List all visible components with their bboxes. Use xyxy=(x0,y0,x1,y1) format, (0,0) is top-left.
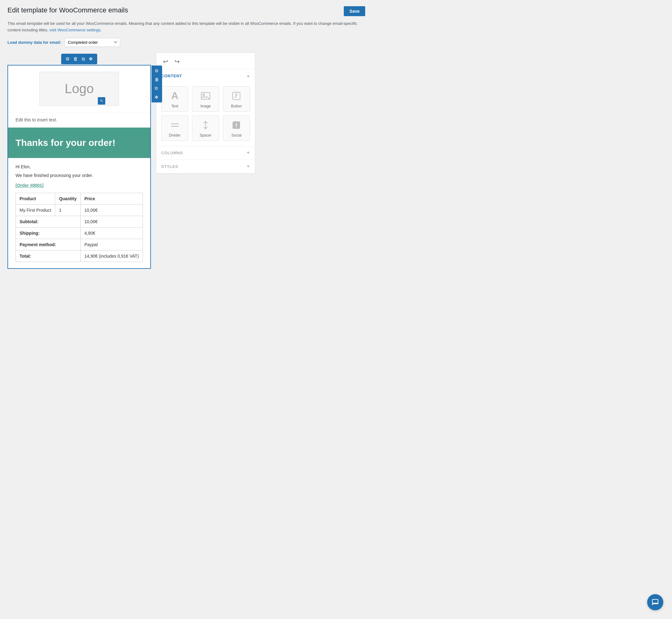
side-move-button[interactable]: ✥ xyxy=(153,93,161,101)
content-item-image[interactable]: Image xyxy=(192,86,219,112)
columns-chevron-icon: ▼ xyxy=(246,150,250,155)
content-item-spacer[interactable]: Spacer xyxy=(192,116,219,141)
subtotal-value: 10,00€ xyxy=(80,216,142,227)
side-settings-button[interactable]: ⚙ xyxy=(153,67,161,75)
svg-text:f: f xyxy=(236,123,238,128)
email-message: We have finished processing your order. xyxy=(15,173,143,178)
product-qty: 1 xyxy=(55,204,80,216)
content-section: CONTENT ▲ A Text xyxy=(156,69,255,146)
side-duplicate-button[interactable]: ⧉ xyxy=(153,84,161,92)
content-item-button[interactable]: Button xyxy=(223,86,250,112)
social-icon: f xyxy=(231,119,241,131)
shipping-label: Shipping: xyxy=(16,227,81,239)
content-item-social[interactable]: f Social xyxy=(223,116,250,141)
styles-section-title: STYLES xyxy=(161,164,178,169)
undo-redo-row: ↩ ↪ xyxy=(156,53,255,69)
block-side-toolbar: ⚙ 🗑 ⧉ ✥ xyxy=(151,66,162,102)
payment-row: Payment method: Paypal xyxy=(16,239,143,250)
spacer-label: Spacer xyxy=(200,133,211,138)
col-product: Product xyxy=(16,193,55,204)
columns-section-header[interactable]: COLUMNS ▼ xyxy=(156,146,255,159)
email-body: Hi Elon, We have finished processing you… xyxy=(8,158,150,268)
subtotal-row: Subtotal: 10,00€ xyxy=(16,216,143,227)
dummy-data-select[interactable]: Completed orderNew orderProcessing order… xyxy=(64,38,120,47)
email-canvas: ⚙ 🗑 ⧉ ✥ Logo ✎ Edit this to insert text.… xyxy=(7,65,151,269)
col-price: Price xyxy=(80,193,142,204)
page-title: Edit template for WooCommerce emails xyxy=(7,6,128,14)
block-duplicate-button[interactable]: ⧉ xyxy=(80,55,87,63)
content-section-title: CONTENT xyxy=(161,74,182,78)
wc-settings-link[interactable]: visit WooCommerce settings. xyxy=(49,27,102,32)
total-value: 14,90€ (includes 0,91€ VAT) xyxy=(80,250,142,262)
image-label: Image xyxy=(200,104,210,108)
content-item-text[interactable]: A Text xyxy=(161,86,188,112)
logo-block[interactable]: Logo ✎ xyxy=(8,66,150,112)
description-text: This email template will be used for all… xyxy=(7,20,365,33)
svg-point-1 xyxy=(203,94,205,95)
banner-text: Thanks for your order! xyxy=(15,138,143,148)
total-row: Total: 14,90€ (includes 0,91€ VAT) xyxy=(16,250,143,262)
payment-value: Paypal xyxy=(80,239,142,250)
total-label: Total: xyxy=(16,250,81,262)
text-label: Text xyxy=(172,104,178,108)
block-settings-button[interactable]: ⚙ xyxy=(64,55,71,63)
divider-icon xyxy=(170,119,180,131)
order-link[interactable]: [Order #0001] xyxy=(15,183,143,188)
banner-block: Thanks for your order! xyxy=(8,128,150,158)
text-block[interactable]: Edit this to insert text. xyxy=(8,112,150,128)
content-section-header[interactable]: CONTENT ▲ xyxy=(156,69,255,83)
product-name: My First Product xyxy=(16,204,55,216)
svg-rect-2 xyxy=(232,92,240,99)
order-table: Product Quantity Price My First Product … xyxy=(15,193,143,262)
content-grid: A Text Image xyxy=(156,83,255,146)
logo-edit-icon[interactable]: ✎ xyxy=(98,97,105,105)
right-panel: ↩ ↪ CONTENT ▲ A Text xyxy=(156,53,255,174)
table-header-row: Product Quantity Price xyxy=(16,193,143,204)
block-move-button[interactable]: ✥ xyxy=(87,55,95,63)
table-row: My First Product 1 10,00€ xyxy=(16,204,143,216)
undo-button[interactable]: ↩ xyxy=(161,57,170,66)
columns-section: COLUMNS ▼ xyxy=(156,146,255,160)
side-delete-button[interactable]: 🗑 xyxy=(153,75,161,83)
email-greeting: Hi Elon, xyxy=(15,164,143,169)
logo-placeholder: Logo xyxy=(40,72,119,106)
payment-label: Payment method: xyxy=(16,239,81,250)
block-delete-button[interactable]: 🗑 xyxy=(71,55,80,63)
product-price: 10,00€ xyxy=(80,204,142,216)
spacer-icon xyxy=(201,119,210,131)
image-icon xyxy=(201,90,210,102)
content-chevron-icon: ▲ xyxy=(246,74,250,78)
subtotal-label: Subtotal: xyxy=(16,216,81,227)
social-label: Social xyxy=(231,133,242,138)
divider-label: Divider xyxy=(169,133,181,138)
text-icon: A xyxy=(171,90,178,102)
col-quantity: Quantity xyxy=(55,193,80,204)
block-top-toolbar: ⚙ 🗑 ⧉ ✥ xyxy=(61,54,97,64)
styles-chevron-icon: ▼ xyxy=(246,164,250,168)
styles-section-header[interactable]: STYLES ▼ xyxy=(156,160,255,173)
shipping-row: Shipping: 4,90€ xyxy=(16,227,143,239)
styles-section: STYLES ▼ xyxy=(156,160,255,174)
content-item-divider[interactable]: Divider xyxy=(161,116,188,141)
button-label: Button xyxy=(231,104,242,108)
shipping-value: 4,90€ xyxy=(80,227,142,239)
columns-section-title: COLUMNS xyxy=(161,150,183,155)
redo-button[interactable]: ↪ xyxy=(173,57,182,66)
dummy-data-label: Load dummy data for email: xyxy=(7,40,61,45)
save-button[interactable]: Save xyxy=(344,6,365,16)
button-icon xyxy=(231,90,241,102)
text-block-content: Edit this to insert text. xyxy=(15,117,57,122)
